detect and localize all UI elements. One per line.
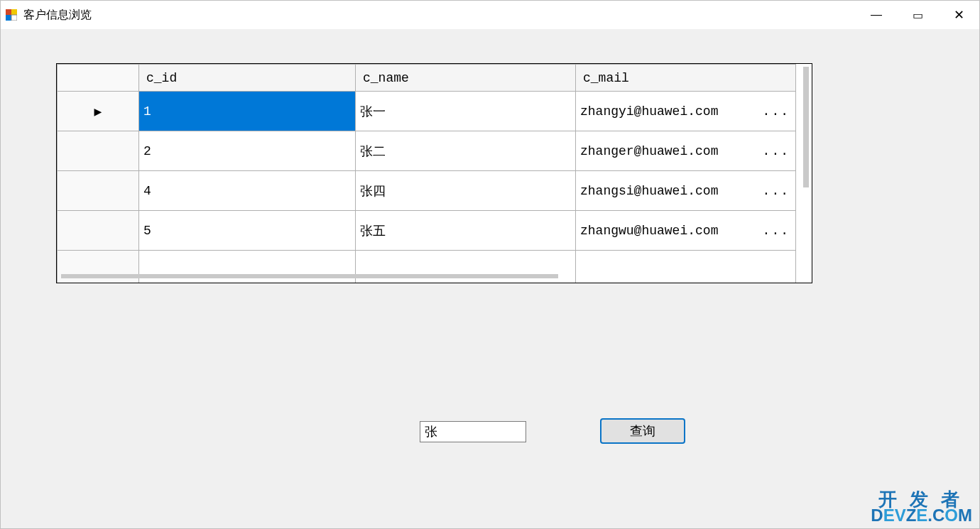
client-area: c_id c_name c_mail ▶ 1 张一 zhangyi@huawei…	[1, 29, 979, 528]
cell-cmail[interactable]: zhangsi@huawei.com...	[576, 171, 796, 211]
row-header[interactable]	[58, 211, 139, 251]
cell-cmail-text: zhangsi@huawei.com	[580, 184, 718, 198]
app-window: 客户信息浏览 — ▭ ✕ c_id c_name c_	[0, 0, 980, 529]
window-title: 客户信息浏览	[23, 8, 92, 23]
col-header-cname[interactable]: c_name	[356, 65, 576, 92]
table-row[interactable]: 2 张二 zhanger@huawei.com...	[58, 131, 796, 171]
svg-rect-1	[11, 9, 17, 15]
table-row[interactable]: 5 张五 zhangwu@huawei.com...	[58, 211, 796, 251]
grid-table: c_id c_name c_mail ▶ 1 张一 zhangyi@huawei…	[57, 64, 796, 283]
title-bar[interactable]: 客户信息浏览 — ▭ ✕	[1, 1, 979, 29]
ellipsis-icon[interactable]: ...	[763, 144, 790, 158]
cell-cid[interactable]: 4	[139, 171, 356, 211]
maximize-button[interactable]: ▭	[897, 1, 938, 29]
ellipsis-icon[interactable]: ...	[763, 104, 790, 119]
cell-cname[interactable]: 张五	[356, 211, 576, 251]
row-header[interactable]	[58, 171, 139, 211]
ellipsis-icon[interactable]: ...	[763, 224, 790, 238]
svg-rect-0	[6, 9, 11, 15]
row-header[interactable]	[58, 131, 139, 171]
row-header[interactable]: ▶	[58, 92, 139, 131]
horizontal-scrollbar[interactable]	[61, 274, 558, 278]
grid-header-row: c_id c_name c_mail	[58, 65, 796, 92]
ellipsis-icon[interactable]: ...	[763, 184, 790, 198]
grid-scroll[interactable]: c_id c_name c_mail ▶ 1 张一 zhangyi@huawei…	[57, 64, 812, 283]
table-row[interactable]: 4 张四 zhangsi@huawei.com...	[58, 171, 796, 211]
cell-cmail[interactable]	[576, 251, 796, 283]
watermark: 开发者 DEVZE.COM	[871, 490, 972, 524]
minimize-button[interactable]: —	[856, 1, 897, 29]
cell-cmail[interactable]: zhangwu@huawei.com...	[576, 211, 796, 251]
close-button[interactable]: ✕	[938, 1, 979, 29]
cell-cname[interactable]: 张一	[356, 92, 576, 131]
search-input[interactable]	[420, 421, 526, 442]
row-pointer-icon: ▶	[94, 104, 102, 119]
app-icon	[5, 9, 18, 21]
grid-corner[interactable]	[58, 65, 139, 92]
cell-cmail-text: zhanger@huawei.com	[580, 144, 718, 158]
cell-cmail-text: zhangyi@huawei.com	[580, 104, 718, 119]
window-controls: — ▭ ✕	[856, 1, 979, 29]
cell-cmail[interactable]: zhanger@huawei.com...	[576, 131, 796, 171]
col-header-cmail[interactable]: c_mail	[576, 65, 796, 92]
cell-cname[interactable]: 张四	[356, 171, 576, 211]
query-button[interactable]: 查询	[600, 418, 685, 444]
svg-rect-3	[11, 15, 17, 21]
cell-cmail-text: zhangwu@huawei.com	[580, 224, 718, 238]
watermark-line2: DEVZE.COM	[871, 507, 972, 524]
col-header-cid[interactable]: c_id	[139, 65, 356, 92]
cell-cid[interactable]: 2	[139, 131, 356, 171]
cell-cmail[interactable]: zhangyi@huawei.com...	[576, 92, 796, 131]
cell-cid[interactable]: 1	[139, 92, 356, 131]
svg-rect-2	[6, 15, 11, 21]
table-row[interactable]: ▶ 1 张一 zhangyi@huawei.com...	[58, 92, 796, 131]
cell-cid[interactable]: 5	[139, 211, 356, 251]
vertical-scrollbar[interactable]	[803, 67, 809, 187]
cell-cname[interactable]: 张二	[356, 131, 576, 171]
data-grid[interactable]: c_id c_name c_mail ▶ 1 张一 zhangyi@huawei…	[56, 63, 812, 283]
